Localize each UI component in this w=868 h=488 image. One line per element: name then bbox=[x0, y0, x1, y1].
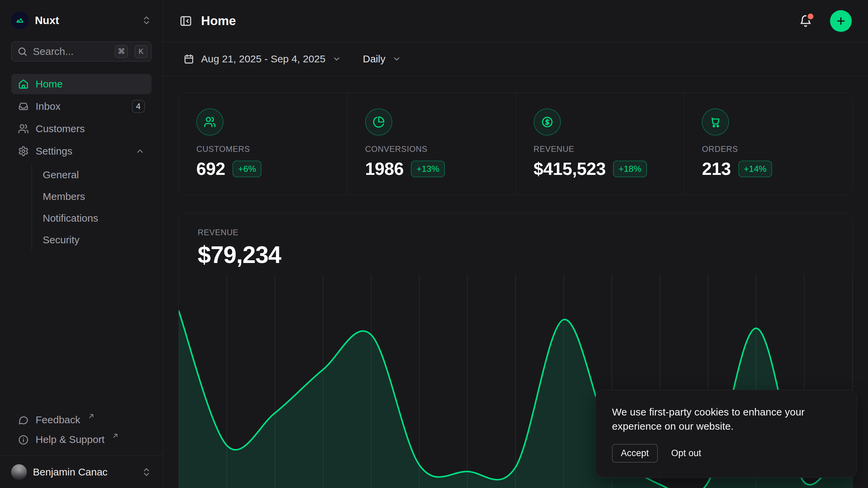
stat-delta-badge: +6% bbox=[233, 161, 261, 177]
sidebar-item-label: Customers bbox=[36, 123, 85, 135]
chart-pie-icon bbox=[365, 108, 392, 136]
notification-dot bbox=[808, 14, 813, 19]
sidebar-item-label: Home bbox=[36, 78, 63, 90]
date-range-value: Aug 21, 2025 - Sep 4, 2025 bbox=[201, 53, 326, 65]
stats-grid: CUSTOMERS 692 +6% CONVERSIONS 1986 +13% bbox=[178, 93, 853, 195]
home-icon bbox=[18, 79, 29, 89]
search-placeholder: Search... bbox=[33, 46, 108, 57]
stat-label: ORDERS bbox=[702, 144, 835, 154]
stat-label: CONVERSIONS bbox=[365, 144, 498, 154]
cookie-message: We use first-party cookies to enhance yo… bbox=[612, 405, 841, 434]
inbox-count-badge: 4 bbox=[132, 100, 145, 113]
opt-out-button[interactable]: Opt out bbox=[671, 448, 702, 459]
accept-button[interactable]: Accept bbox=[612, 444, 658, 463]
stat-label: CUSTOMERS bbox=[196, 144, 330, 154]
calendar-icon bbox=[183, 54, 194, 64]
stat-label: REVENUE bbox=[534, 144, 667, 154]
notifications-button[interactable] bbox=[799, 14, 812, 28]
chevron-down-icon bbox=[392, 55, 401, 63]
stat-delta-badge: +14% bbox=[738, 161, 772, 177]
help-support-label: Help & Support bbox=[36, 434, 104, 445]
avatar bbox=[11, 464, 27, 480]
sidebar-item-general[interactable]: General bbox=[32, 164, 152, 186]
sidebar-item-inbox[interactable]: Inbox 4 bbox=[11, 96, 152, 117]
kbd-k: K bbox=[135, 45, 147, 58]
user-name: Benjamin Canac bbox=[33, 466, 135, 478]
chevrons-up-down-icon[interactable] bbox=[141, 15, 152, 25]
chevron-up-icon bbox=[135, 146, 145, 156]
user-menu[interactable]: Benjamin Canac bbox=[0, 455, 163, 488]
feedback-label: Feedback bbox=[36, 414, 80, 426]
external-link-icon bbox=[112, 432, 119, 439]
granularity-select[interactable]: Daily bbox=[363, 53, 401, 65]
nuxt-logo-icon bbox=[11, 12, 29, 29]
help-support-link[interactable]: Help & Support bbox=[11, 430, 152, 449]
sidebar-nav: Home Inbox 4 Customers Settings Ge bbox=[11, 74, 152, 251]
users-icon bbox=[196, 108, 223, 136]
sidebar: Nuxt Search... ⌘ K Home Inbox 4 bbox=[0, 0, 163, 488]
workspace-name: Nuxt bbox=[35, 14, 135, 27]
kbd-cmd: ⌘ bbox=[115, 45, 128, 58]
search-icon bbox=[17, 46, 27, 57]
feedback-link[interactable]: Feedback bbox=[11, 410, 152, 430]
info-circle-icon bbox=[18, 434, 29, 445]
sidebar-item-label: Inbox bbox=[36, 101, 125, 112]
stat-card-customers: CUSTOMERS 692 +6% bbox=[179, 93, 347, 195]
stat-value: $415,523 bbox=[534, 159, 606, 179]
stat-card-orders: ORDERS 213 +14% bbox=[684, 93, 852, 195]
page-title: Home bbox=[201, 14, 790, 28]
revenue-chart-label: REVENUE bbox=[198, 228, 833, 237]
cookie-banner: We use first-party cookies to enhance yo… bbox=[595, 390, 857, 478]
message-circle-icon bbox=[18, 415, 29, 426]
stat-card-revenue: REVENUE $415,523 +18% bbox=[516, 93, 684, 195]
settings-subnav: General Members Notifications Security bbox=[32, 164, 152, 251]
gear-icon bbox=[18, 146, 29, 157]
stat-delta-badge: +18% bbox=[613, 161, 647, 177]
add-button[interactable] bbox=[830, 10, 852, 32]
circle-dollar-icon bbox=[534, 108, 561, 136]
stat-value: 1986 bbox=[365, 159, 404, 179]
revenue-chart-value: $79,234 bbox=[198, 241, 833, 268]
granularity-value: Daily bbox=[363, 53, 386, 65]
sidebar-item-label: Settings bbox=[36, 145, 129, 157]
page-header: Home bbox=[163, 0, 868, 42]
date-range-picker[interactable]: Aug 21, 2025 - Sep 4, 2025 bbox=[183, 53, 341, 65]
sidebar-item-home[interactable]: Home bbox=[11, 74, 152, 94]
stat-value: 692 bbox=[196, 159, 225, 179]
filters-toolbar: Aug 21, 2025 - Sep 4, 2025 Daily bbox=[163, 42, 868, 76]
sidebar-item-notifications[interactable]: Notifications bbox=[32, 207, 152, 229]
stat-card-conversions: CONVERSIONS 1986 +13% bbox=[347, 93, 516, 195]
sidebar-item-settings[interactable]: Settings bbox=[11, 141, 152, 161]
chevrons-up-down-icon bbox=[141, 467, 152, 477]
external-link-icon bbox=[88, 413, 95, 420]
sidebar-item-customers[interactable]: Customers bbox=[11, 119, 152, 139]
chevron-down-icon bbox=[332, 55, 341, 63]
inbox-icon bbox=[18, 101, 29, 112]
search-input[interactable]: Search... ⌘ K bbox=[11, 41, 152, 62]
stat-value: 213 bbox=[702, 159, 731, 179]
workspace-switcher[interactable]: Nuxt bbox=[0, 9, 163, 31]
sidebar-footer: Feedback Help & Support bbox=[0, 410, 163, 455]
sidebar-item-members[interactable]: Members bbox=[32, 186, 152, 207]
users-icon bbox=[18, 123, 29, 134]
plus-icon bbox=[835, 16, 846, 26]
shopping-cart-icon bbox=[702, 108, 729, 136]
collapse-sidebar-button[interactable] bbox=[179, 15, 192, 27]
sidebar-item-security[interactable]: Security bbox=[32, 229, 152, 251]
stat-delta-badge: +13% bbox=[411, 161, 445, 177]
